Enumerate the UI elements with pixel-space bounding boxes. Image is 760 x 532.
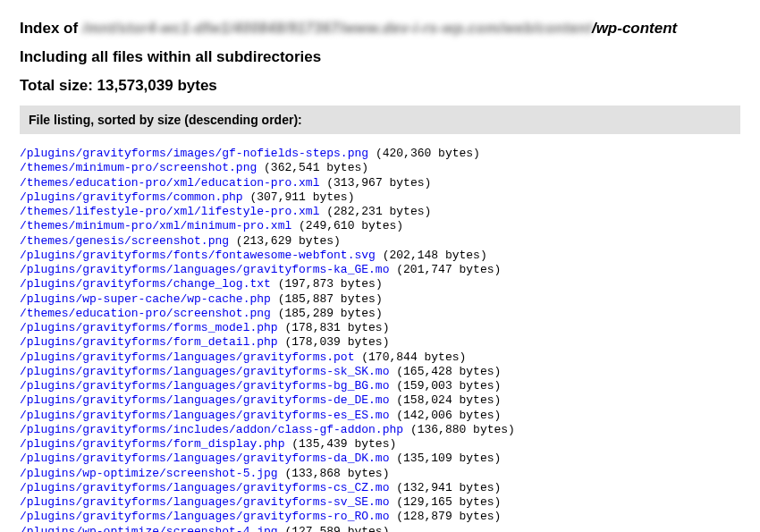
file-row: /plugins/gravityforms/languages/gravityf… (20, 495, 740, 510)
file-row: /plugins/gravityforms/languages/gravityf… (20, 510, 740, 524)
file-row: /plugins/gravityforms/languages/gravityf… (20, 481, 740, 495)
file-size: (185,887 bytes) (271, 292, 383, 306)
file-link[interactable]: /plugins/wp-super-cache/wp-cache.php (20, 292, 271, 306)
file-row: /themes/education-pro/xml/education-pro.… (20, 176, 740, 190)
file-link[interactable]: /plugins/gravityforms/form_detail.php (20, 335, 278, 349)
file-link[interactable]: /plugins/gravityforms/languages/gravityf… (20, 452, 389, 465)
index-of-heading: Index of /mnt/stor4-wc1-dfw1/400848/9173… (20, 20, 740, 38)
file-row: /plugins/gravityforms/fonts/fontawesome-… (20, 249, 740, 263)
file-link[interactable]: /plugins/gravityforms/languages/gravityf… (20, 365, 389, 378)
file-row: /themes/minimum-pro/xml/minimum-pro.xml … (20, 219, 740, 233)
file-link[interactable]: /plugins/wp-optimize/screenshot-5.jpg (20, 467, 278, 480)
file-row: /themes/education-pro/screenshot.png (18… (20, 307, 740, 321)
file-size: (136,880 bytes) (403, 423, 515, 436)
file-size: (185,289 bytes) (271, 307, 383, 320)
file-size: (362,541 bytes) (257, 161, 368, 174)
file-size: (178,831 bytes) (278, 321, 390, 334)
file-link[interactable]: /plugins/gravityforms/languages/gravityf… (20, 510, 389, 523)
file-row: /themes/genesis/screenshot.png (213,629 … (20, 234, 740, 249)
file-link[interactable]: /themes/lifestyle-pro/xml/lifestyle-pro.… (20, 205, 319, 218)
file-size: (158,024 bytes) (389, 393, 501, 407)
index-of-prefix: Index of (20, 20, 82, 37)
file-link[interactable]: /plugins/gravityforms/form_display.php (20, 437, 284, 451)
total-size-heading: Total size: 13,573,039 bytes (20, 77, 740, 95)
file-link[interactable]: /plugins/gravityforms/languages/gravityf… (20, 263, 389, 276)
file-link[interactable]: /plugins/gravityforms/forms_model.php (20, 321, 278, 334)
file-size: (178,039 bytes) (278, 335, 390, 349)
file-row: /themes/minimum-pro/screenshot.png (362,… (20, 161, 740, 175)
file-link[interactable]: /themes/genesis/screenshot.png (20, 234, 229, 248)
file-list: /plugins/gravityforms/images/gf-nofields… (20, 147, 740, 532)
file-size: (128,879 bytes) (389, 510, 501, 523)
file-size: (213,629 bytes) (229, 234, 341, 248)
file-row: /plugins/gravityforms/form_display.php (… (20, 437, 740, 452)
file-size: (133,868 bytes) (278, 467, 390, 480)
file-row: /plugins/gravityforms/change_log.txt (19… (20, 277, 740, 291)
file-size: (132,941 bytes) (389, 481, 501, 494)
file-size: (201,747 bytes) (389, 263, 501, 276)
file-link[interactable]: /plugins/gravityforms/languages/gravityf… (20, 379, 389, 393)
file-listing-header: File listing, sorted by size (descending… (20, 106, 740, 134)
file-size: (197,873 bytes) (271, 277, 383, 291)
file-link[interactable]: /themes/minimum-pro/screenshot.png (20, 161, 257, 174)
file-row: /plugins/wp-super-cache/wp-cache.php (18… (20, 292, 740, 307)
file-size: (159,003 bytes) (389, 379, 501, 393)
file-link[interactable]: /themes/minimum-pro/xml/minimum-pro.xml (20, 219, 291, 232)
file-link[interactable]: /plugins/gravityforms/includes/addon/cla… (20, 423, 403, 436)
file-size: (249,610 bytes) (291, 219, 403, 232)
file-size: (170,844 bytes) (354, 350, 466, 364)
including-files-heading: Including all files within all subdirect… (20, 48, 740, 66)
index-of-visible-suffix: /wp-content (592, 20, 677, 37)
file-size: (135,109 bytes) (389, 452, 501, 465)
file-row: /plugins/gravityforms/languages/gravityf… (20, 365, 740, 379)
file-link[interactable]: /plugins/gravityforms/fonts/fontawesome-… (20, 249, 376, 262)
file-row: /plugins/gravityforms/languages/gravityf… (20, 379, 740, 393)
file-link[interactable]: /plugins/wp-optimize/screenshot-4.jpg (20, 525, 278, 533)
file-row: /plugins/gravityforms/languages/gravityf… (20, 409, 740, 423)
file-row: /plugins/gravityforms/common.php (307,91… (20, 190, 740, 205)
file-link[interactable]: /plugins/gravityforms/change_log.txt (20, 277, 271, 291)
file-row: /plugins/gravityforms/languages/gravityf… (20, 452, 740, 466)
file-row: /plugins/gravityforms/images/gf-nofields… (20, 147, 740, 161)
file-size: (282,231 bytes) (319, 205, 431, 218)
file-row: /plugins/gravityforms/languages/gravityf… (20, 393, 740, 408)
file-size: (420,360 bytes) (368, 147, 480, 160)
file-size: (313,967 bytes) (319, 176, 431, 190)
file-row: /plugins/gravityforms/form_detail.php (1… (20, 335, 740, 350)
total-size-label: Total size: (20, 77, 97, 94)
file-link[interactable]: /plugins/gravityforms/images/gf-nofields… (20, 147, 368, 160)
file-link[interactable]: /themes/education-pro/xml/education-pro.… (20, 176, 319, 190)
file-row: /plugins/wp-optimize/screenshot-5.jpg (1… (20, 467, 740, 481)
file-link[interactable]: /plugins/gravityforms/languages/gravityf… (20, 393, 389, 407)
file-row: /plugins/wp-optimize/screenshot-4.jpg (1… (20, 525, 740, 533)
index-of-blurred-path: /mnt/stor4-wc1-dfw1/400848/917367/www.de… (82, 20, 592, 38)
file-size: (129,165 bytes) (389, 495, 501, 509)
file-row: /plugins/gravityforms/languages/gravityf… (20, 350, 740, 365)
file-size: (142,006 bytes) (389, 409, 501, 422)
file-size: (127,589 bytes) (278, 525, 390, 533)
total-size-value: 13,573,039 bytes (97, 77, 217, 94)
file-size: (165,428 bytes) (389, 365, 501, 378)
file-link[interactable]: /plugins/gravityforms/common.php (20, 190, 243, 204)
file-link[interactable]: /plugins/gravityforms/languages/gravityf… (20, 350, 354, 364)
file-size: (307,911 bytes) (243, 190, 355, 204)
file-row: /themes/lifestyle-pro/xml/lifestyle-pro.… (20, 205, 740, 219)
file-link[interactable]: /plugins/gravityforms/languages/gravityf… (20, 481, 389, 494)
file-size: (202,148 bytes) (376, 249, 487, 262)
file-row: /plugins/gravityforms/forms_model.php (1… (20, 321, 740, 335)
file-link[interactable]: /plugins/gravityforms/languages/gravityf… (20, 409, 389, 422)
file-row: /plugins/gravityforms/languages/gravityf… (20, 263, 740, 277)
file-link[interactable]: /themes/education-pro/screenshot.png (20, 307, 271, 320)
file-size: (135,439 bytes) (284, 437, 396, 451)
file-row: /plugins/gravityforms/includes/addon/cla… (20, 423, 740, 437)
file-link[interactable]: /plugins/gravityforms/languages/gravityf… (20, 495, 389, 509)
